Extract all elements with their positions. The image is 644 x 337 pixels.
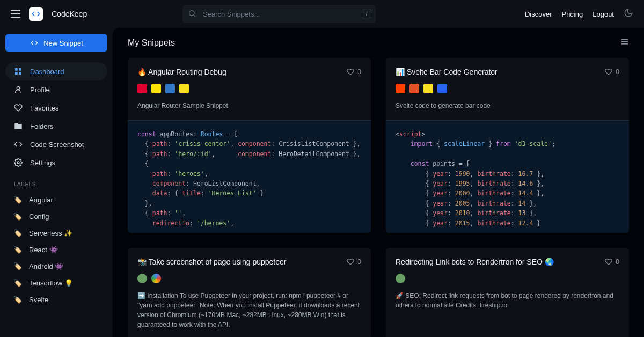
snippet-desc: ➡️ Installation To use Puppeteer in your… <box>128 291 371 329</box>
label-angular[interactable]: 🏷️Angular <box>5 192 107 208</box>
svelte-icon <box>396 84 405 93</box>
svg-rect-4 <box>19 72 21 75</box>
label-text: Serverless ✨ <box>29 229 72 237</box>
label-icon: 🏷️ <box>14 229 21 237</box>
nodejs-icon <box>396 274 405 283</box>
sidebar-item-profile[interactable]: Profile <box>5 80 107 99</box>
label-android[interactable]: 🏷️Android 👾 <box>5 258 107 275</box>
label-icon: 🏷️ <box>14 246 21 254</box>
snippet-title: Redirecting Link bots to Rendertron for … <box>396 258 554 266</box>
like-count: 0 <box>616 258 619 266</box>
snippet-desc: Svelte code to generate bar code <box>386 101 629 111</box>
like-count: 0 <box>616 68 619 76</box>
heart-icon <box>347 258 354 266</box>
svg-point-6 <box>17 162 19 164</box>
snippet-card[interactable]: 🔥 Angular Routing Debug 0 Angular Router… <box>128 58 371 233</box>
label-icon: 🏷️ <box>14 213 21 221</box>
label-react[interactable]: 🏷️React 👾 <box>5 241 107 258</box>
menu-toggle[interactable] <box>11 10 20 18</box>
profile-icon <box>14 85 23 94</box>
svg-rect-7 <box>621 39 628 40</box>
sidebar-item-label: Settings <box>30 159 55 167</box>
search-kbd-hint: / <box>362 9 371 18</box>
javascript-icon <box>423 84 433 93</box>
label-icon: 🏷️ <box>14 196 21 204</box>
new-snippet-label: New Snippet <box>43 39 83 47</box>
list-view-icon[interactable] <box>620 38 629 48</box>
label-svelte[interactable]: 🏷️Svelte <box>5 291 107 308</box>
sidebar-item-label: Folders <box>30 122 53 130</box>
like-button[interactable]: 0 <box>605 258 619 266</box>
nodejs-icon <box>137 274 147 283</box>
snippet-title: 📸 Take screenshot of page using puppetee… <box>137 258 286 266</box>
angular-icon <box>137 84 147 93</box>
svg-rect-2 <box>19 68 21 71</box>
svg-rect-9 <box>621 43 628 45</box>
theme-toggle-icon[interactable] <box>624 8 633 20</box>
label-tensorflow[interactable]: 🏷️Tensorflow 💡 <box>5 275 107 291</box>
sidebar-item-label: Profile <box>30 86 50 94</box>
labels-header: LABELS <box>5 172 107 192</box>
sidebar: New Snippet Dashboard Profile Favorites … <box>0 28 113 337</box>
heart-icon <box>347 68 354 76</box>
heart-icon <box>14 104 23 112</box>
snippet-card[interactable]: 📊 Svelte Bar Code Generator 0 Svelte cod… <box>386 58 629 233</box>
sidebar-item-label: Code Screenshot <box>30 141 84 149</box>
sidebar-item-label: Favorites <box>30 104 58 112</box>
page-title: My Snippets <box>128 38 175 48</box>
svg-point-0 <box>189 11 194 16</box>
nav-discover[interactable]: Discover <box>525 10 552 18</box>
snippet-card[interactable]: 📸 Take screenshot of page using puppetee… <box>128 248 371 337</box>
nav-logout[interactable]: Logout <box>592 10 614 18</box>
main-content: My Snippets 🔥 Angular Routing Debug 0 <box>113 28 644 337</box>
label-icon: 🏷️ <box>14 279 21 287</box>
like-button[interactable]: 0 <box>347 68 361 76</box>
angular-alt-icon <box>151 84 161 93</box>
dashboard-icon <box>14 67 23 76</box>
new-snippet-button[interactable]: New Snippet <box>5 34 107 52</box>
sidebar-item-favorites[interactable]: Favorites <box>5 99 107 117</box>
snippet-title: 🔥 Angular Routing Debug <box>137 68 226 76</box>
like-button[interactable]: 0 <box>605 68 619 76</box>
svg-point-5 <box>17 87 19 90</box>
label-text: React 👾 <box>29 246 58 254</box>
snippet-title: 📊 Svelte Bar Code Generator <box>396 68 497 76</box>
label-text: Svelte <box>29 296 48 304</box>
label-icon: 🏷️ <box>14 262 21 270</box>
folder-icon <box>14 122 23 130</box>
sidebar-item-settings[interactable]: Settings <box>5 153 107 172</box>
svg-rect-8 <box>621 41 628 42</box>
sidebar-item-label: Dashboard <box>30 68 64 76</box>
search-icon <box>188 9 196 20</box>
nav-pricing[interactable]: Pricing <box>561 10 583 18</box>
code-icon <box>14 140 23 149</box>
label-text: Config <box>29 213 49 221</box>
like-button[interactable]: 0 <box>347 258 361 266</box>
label-config[interactable]: 🏷️Config <box>5 208 107 225</box>
sidebar-item-folders[interactable]: Folders <box>5 117 107 135</box>
snippet-card[interactable]: Redirecting Link bots to Rendertron for … <box>386 248 629 337</box>
like-count: 0 <box>357 258 361 266</box>
svg-rect-1 <box>15 68 18 71</box>
label-text: Android 👾 <box>29 262 63 270</box>
tech-badges <box>386 84 629 93</box>
gear-icon <box>14 158 23 167</box>
search-input[interactable] <box>182 5 376 23</box>
brand-name: CodeKeep <box>52 10 87 18</box>
snippet-desc: 🚀 SEO: Redirect link requests from bot t… <box>386 291 629 310</box>
label-text: Tensorflow 💡 <box>29 279 73 287</box>
app-logo <box>29 7 43 21</box>
sidebar-item-dashboard[interactable]: Dashboard <box>5 62 107 80</box>
google-icon <box>151 274 161 283</box>
heart-icon <box>605 258 612 266</box>
tech-badges <box>386 274 629 283</box>
code-preview: const appRoutes: Routes = [ { path: 'cri… <box>128 120 371 233</box>
sidebar-item-screenshot[interactable]: Code Screenshot <box>5 135 107 153</box>
like-count: 0 <box>357 68 361 76</box>
tech-badges <box>128 274 371 283</box>
typescript-icon <box>165 84 175 93</box>
label-serverless[interactable]: 🏷️Serverless ✨ <box>5 225 107 241</box>
heart-icon <box>605 68 612 76</box>
label-text: Angular <box>29 196 53 204</box>
javascript-icon <box>179 84 189 93</box>
